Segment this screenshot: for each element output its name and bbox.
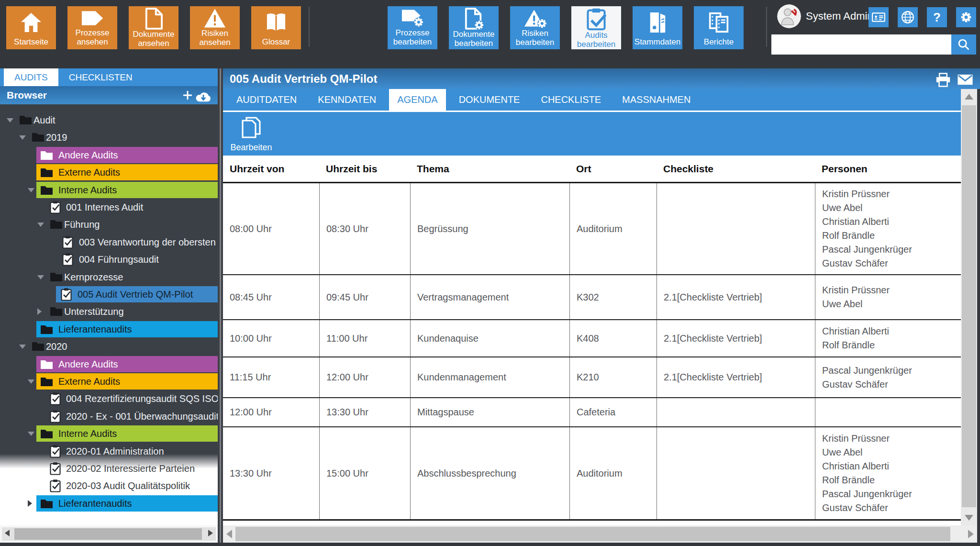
help-button[interactable]: ? xyxy=(927,7,947,27)
tree-item-interne-audits[interactable]: Interne Audits xyxy=(0,425,218,442)
tree-item-2020-01-administration[interactable]: 2020-01 Administration xyxy=(0,443,218,460)
tree-item-lieferantenaudits[interactable]: Lieferantenaudits xyxy=(0,495,218,512)
tree-item-004-f-hrungsaudit[interactable]: 004 Führungsaudit xyxy=(0,251,218,268)
search-icon xyxy=(957,38,970,51)
agenda-row[interactable]: 13:30 Uhr15:00 UhrAbschlussbesprechungAu… xyxy=(223,427,961,521)
tree-item-label: Externe Audits xyxy=(58,167,120,178)
tree-item-andere-audits[interactable]: Andere Audits xyxy=(0,356,218,373)
chevron-down-icon[interactable] xyxy=(19,135,26,140)
tree-item-f-hrung[interactable]: Führung xyxy=(0,216,218,233)
sidebar: AUDITSCHECKLISTEN Browser Audit2019Ander… xyxy=(0,68,218,543)
edit-button[interactable]: Bearbeiten xyxy=(227,113,276,154)
tree-item-001-internes-audit[interactable]: 001 Internes Audit xyxy=(0,199,218,216)
person-name: Gustav Schäfer xyxy=(822,256,961,270)
tab-agenda[interactable]: AGENDA xyxy=(389,89,445,112)
tree-item-lieferantenaudits[interactable]: Lieferantenaudits xyxy=(0,321,218,338)
globe-button[interactable] xyxy=(898,7,918,27)
sidebar-tab-audits[interactable]: AUDITS xyxy=(4,68,58,86)
tree-item-2020-02-interessierte-parteien[interactable]: 2020-02 Interessierte Parteien xyxy=(0,460,218,477)
cell-checkliste xyxy=(657,183,815,274)
folder-icon xyxy=(40,185,53,195)
tab-dokumente[interactable]: DOKUMENTE xyxy=(451,89,528,111)
tab-kenndaten[interactable]: KENNDATEN xyxy=(310,89,384,111)
id-card-button[interactable] xyxy=(869,7,889,27)
chevron-down-icon[interactable] xyxy=(28,432,34,436)
tab-checkliste[interactable]: CHECKLISTE xyxy=(533,89,609,111)
tree-item-kernprozesse[interactable]: Kernprozesse xyxy=(0,268,218,286)
tile-glossar[interactable]: Glossar xyxy=(251,6,301,49)
scroll-down-arrow[interactable] xyxy=(965,515,973,521)
risk-warning-icon xyxy=(203,6,226,29)
tile-audits-bearbeiten[interactable]: Auditsbearbeiten xyxy=(571,6,621,49)
tree-item-2019[interactable]: 2019 xyxy=(0,129,218,146)
agenda-row[interactable]: 12:00 Uhr13:30 UhrMittagspauseCafeteria xyxy=(223,398,961,427)
tree-item-2020-ex-001-berwachungsaudit-i[interactable]: 2020 - Ex - 001 Überwachungsaudit I xyxy=(0,408,218,425)
tile-stammdaten[interactable]: Stammdaten xyxy=(633,6,682,49)
agenda-row[interactable]: 08:00 Uhr08:30 UhrBegrüssungAuditoriumKr… xyxy=(223,183,961,275)
scrollbar-thumb[interactable] xyxy=(14,528,202,540)
sidebar-splitter[interactable] xyxy=(218,68,223,543)
chevron-right-icon[interactable] xyxy=(37,308,42,315)
chevron-down-icon[interactable] xyxy=(28,188,34,192)
tab-auditdaten[interactable]: AUDITDATEN xyxy=(228,89,305,111)
agenda-row[interactable]: 11:15 Uhr12:00 UhrKundenmanagementK2102.… xyxy=(223,357,961,398)
scroll-right-arrow[interactable] xyxy=(208,530,213,536)
tab-massnahmen[interactable]: MASSNAHMEN xyxy=(614,89,699,111)
agenda-row[interactable]: 10:00 Uhr11:00 UhrKundenaquiseK4082.1[Ch… xyxy=(223,320,961,357)
scrollbar-thumb[interactable] xyxy=(962,105,976,507)
tree-item-externe-audits[interactable]: Externe Audits xyxy=(0,164,218,181)
person-name: Rolf Brändle xyxy=(822,229,961,243)
scroll-up-arrow[interactable] xyxy=(965,94,973,100)
cell-von: 13:30 Uhr xyxy=(223,427,319,519)
horizontal-scrollbar[interactable] xyxy=(223,525,977,543)
chevron-down-icon[interactable] xyxy=(28,379,34,384)
search-input[interactable] xyxy=(771,34,951,55)
add-button[interactable] xyxy=(182,90,193,100)
tile-dokumente-ansehen[interactable]: Dokumenteansehen xyxy=(129,6,178,49)
person-name: Pascal Jungenkrüger xyxy=(822,364,961,378)
tile-prozesse-bearbeiten[interactable]: Prozessebearbeiten xyxy=(388,6,437,49)
admin-avatar-icon[interactable] xyxy=(777,4,801,28)
tile-label: Glossar xyxy=(262,37,290,49)
tree-item-004-rezertifizierungsaudit-sqs-iso-9[interactable]: 004 Rezertifizierungsaudit SQS ISO 9 xyxy=(0,390,218,407)
tile-risiken-bearbeiten[interactable]: Risikenbearbeiten xyxy=(510,6,560,49)
chevron-right-icon[interactable] xyxy=(28,500,32,507)
print-icon[interactable] xyxy=(935,73,951,87)
vertical-scrollbar[interactable] xyxy=(961,89,977,525)
tree-item-label: Führung xyxy=(64,216,100,233)
tile-dokumente-bearbeiten[interactable]: Dokumentebearbeiten xyxy=(449,6,499,49)
tree-item-andere-audits[interactable]: Andere Audits xyxy=(0,146,218,164)
scroll-right-arrow[interactable] xyxy=(968,530,974,538)
chevron-down-icon[interactable] xyxy=(19,345,26,349)
cloud-download-button[interactable] xyxy=(195,90,212,102)
tile-prozesse-ansehen[interactable]: Prozesseansehen xyxy=(67,6,117,49)
search-button[interactable] xyxy=(951,34,976,55)
tree-item-2020[interactable]: 2020 xyxy=(0,338,218,355)
tree-item-label: 004 Rezertifizierungsaudit SQS ISO 9 xyxy=(66,390,218,407)
tree-item-2020-03-audit-qualit-tspolitik[interactable]: 2020-03 Audit Qualitätspolitik xyxy=(0,477,218,494)
person-name: Pascal Jungenkrüger xyxy=(822,243,961,256)
chevron-down-icon[interactable] xyxy=(37,223,44,227)
chevron-down-icon[interactable] xyxy=(7,118,13,123)
sidebar-tab-checklisten[interactable]: CHECKLISTEN xyxy=(58,68,143,86)
tree-item-audit[interactable]: Audit xyxy=(0,111,218,129)
mail-icon[interactable] xyxy=(957,74,973,86)
scrollbar-thumb[interactable] xyxy=(235,527,950,541)
chevron-down-icon[interactable] xyxy=(37,275,44,279)
cell-bis: 12:00 Uhr xyxy=(319,357,410,397)
scroll-left-arrow[interactable] xyxy=(226,530,232,538)
tree-item-unterst-tzung[interactable]: Unterstützung xyxy=(0,303,218,320)
quick-icon-group: ? xyxy=(869,7,976,27)
tile-risiken-ansehen[interactable]: Risikenansehen xyxy=(190,6,240,49)
tree-item-interne-audits[interactable]: Interne Audits xyxy=(0,181,218,199)
tree-item-005-audit-vertrieb-qm-pilot[interactable]: 005 Audit Vertrieb QM-Pilot xyxy=(0,286,218,303)
tile-berichte[interactable]: Berichte xyxy=(694,6,744,49)
folder-icon xyxy=(32,132,45,142)
tree-item-003-verantwortung-der-obersten-l[interactable]: 003 Verantwortung der obersten L xyxy=(0,234,218,251)
agenda-row[interactable]: 08:45 Uhr09:45 UhrVertragsmanagementK302… xyxy=(223,275,961,320)
settings-gear-button[interactable] xyxy=(956,7,976,27)
scroll-left-arrow[interactable] xyxy=(5,530,10,536)
tree-item-externe-audits[interactable]: Externe Audits xyxy=(0,373,218,390)
tile-startseite[interactable]: Startseite xyxy=(6,6,56,49)
sidebar-horizontal-scrollbar[interactable] xyxy=(2,527,216,541)
